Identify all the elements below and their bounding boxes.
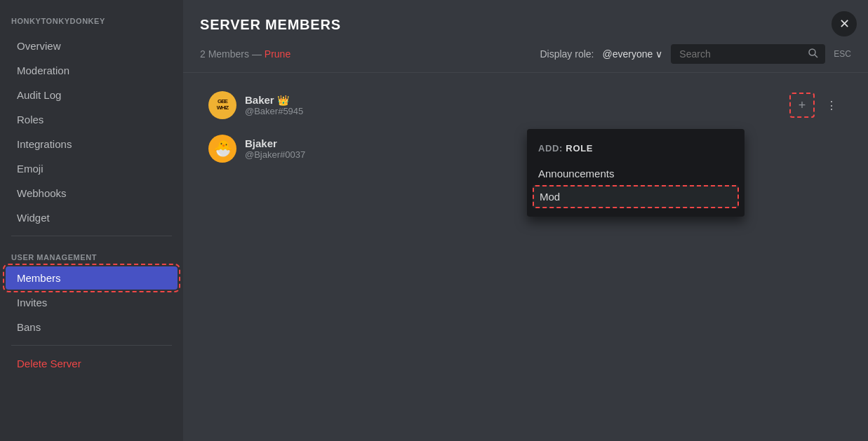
- add-role-button[interactable]: +: [789, 93, 815, 118]
- main-content: SERVER MEMBERS 2 Members — Prune Display…: [183, 0, 868, 441]
- svg-point-0: [809, 49, 815, 55]
- sidebar-item-integrations[interactable]: Integrations: [6, 133, 178, 156]
- dropdown-role-label: Role: [566, 143, 593, 154]
- search-icon: [808, 48, 818, 60]
- sidebar-item-audit-log[interactable]: Audit Log: [6, 83, 178, 107]
- toolbar-right: Display role: @everyone ∨ ESC: [540, 44, 851, 64]
- main-toolbar: 2 Members — Prune Display role: @everyon…: [200, 44, 851, 72]
- page-title: SERVER MEMBERS: [200, 17, 851, 33]
- sidebar: HONKYTONKYDONKEY Overview Moderation Aud…: [0, 0, 183, 441]
- plus-icon: +: [799, 98, 806, 113]
- sidebar-divider-2: [11, 345, 172, 346]
- sidebar-divider: [11, 236, 172, 236]
- sidebar-item-members[interactable]: Members: [6, 266, 178, 290]
- dropdown-add-label: ADD:: [538, 143, 563, 154]
- member-list: GEEWHIZ Baker 👑 @Baker#5945 + ⋮ 🐣: [183, 73, 868, 441]
- sidebar-item-widget[interactable]: Widget: [6, 206, 178, 229]
- member-count: 2 Members — Prune: [200, 48, 291, 60]
- member-info: Baker 👑 @Baker#5945: [245, 94, 789, 116]
- esc-label[interactable]: ESC: [834, 49, 851, 59]
- avatar: 🐣: [208, 135, 236, 163]
- display-role-label: Display role:: [540, 48, 594, 60]
- main-header: SERVER MEMBERS 2 Members — Prune Display…: [183, 0, 868, 73]
- role-selector[interactable]: @everyone ∨: [603, 48, 663, 60]
- sidebar-item-roles[interactable]: Roles: [6, 108, 178, 131]
- dropdown-header: ADD: Role: [527, 137, 745, 162]
- search-wrapper: [671, 44, 825, 64]
- svg-line-1: [815, 55, 817, 57]
- avatar: GEEWHIZ: [208, 91, 236, 119]
- table-row: GEEWHIZ Baker 👑 @Baker#5945 + ⋮: [200, 84, 851, 126]
- member-more-button[interactable]: ⋮: [820, 96, 843, 115]
- list-item[interactable]: Announcements: [527, 162, 745, 185]
- sidebar-item-overview[interactable]: Overview: [6, 34, 178, 57]
- user-management-section: USER MANAGEMENT: [0, 242, 183, 266]
- more-icon: ⋮: [826, 100, 837, 111]
- list-item[interactable]: Mod: [533, 185, 739, 208]
- close-icon: ✕: [839, 16, 850, 32]
- sidebar-item-emoji[interactable]: Emoji: [6, 157, 178, 180]
- member-name: Baker 👑: [245, 94, 789, 106]
- sidebar-item-moderation[interactable]: Moderation: [6, 59, 178, 82]
- crown-icon: 👑: [277, 95, 289, 106]
- sidebar-item-bans[interactable]: Bans: [6, 316, 178, 339]
- sidebar-item-webhooks[interactable]: Webhooks: [6, 182, 178, 205]
- search-input[interactable]: [671, 44, 825, 64]
- close-button[interactable]: ✕: [832, 11, 857, 36]
- table-row: 🐣 Bjaker @Bjaker#0037: [200, 128, 851, 170]
- member-tag: @Baker#5945: [245, 106, 789, 116]
- server-name: HONKYTONKYDONKEY: [0, 11, 183, 34]
- sidebar-item-invites[interactable]: Invites: [6, 291, 178, 314]
- role-dropdown: ADD: Role Announcements Mod: [527, 129, 745, 217]
- sidebar-item-delete-server[interactable]: Delete Server: [6, 352, 178, 375]
- prune-link[interactable]: Prune: [265, 48, 291, 60]
- chevron-down-icon: ∨: [655, 48, 662, 60]
